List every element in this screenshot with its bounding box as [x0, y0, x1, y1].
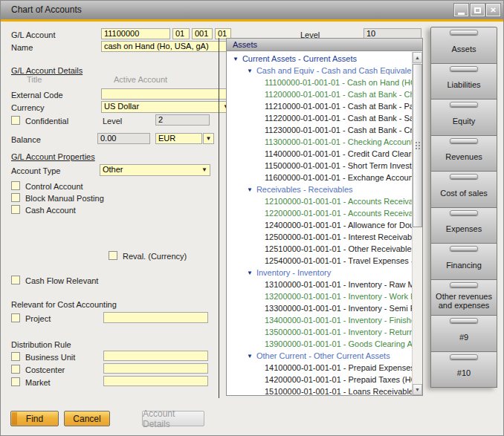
- costcenter-checkbox[interactable]: [11, 365, 20, 374]
- business-unit-checkbox[interactable]: [11, 352, 20, 361]
- tree-row[interactable]: 12510000-01-001-01 - Other Receivables (…: [227, 243, 412, 255]
- minimize-button[interactable]: [454, 4, 468, 16]
- tree-row[interactable]: 13900000-01-001-01 - Goods Clearing Acco…: [227, 338, 412, 350]
- balance-currency-field[interactable]: EUR: [155, 133, 202, 144]
- scroll-up-button[interactable]: ▲: [413, 52, 422, 63]
- tree-row-label: 11600000-01-001-01 - Exchange Account (H: [265, 173, 412, 182]
- collapse-triangle-icon[interactable]: ▼: [247, 270, 253, 276]
- tree-row[interactable]: 11200000-01-001-01 - Cash at Bank - Chec…: [227, 88, 412, 100]
- tree-row[interactable]: 12540000-01-001-01 - Travel Expenses - A…: [227, 255, 412, 267]
- close-button[interactable]: ✕: [486, 4, 500, 16]
- gl-account-segment-1[interactable]: 11100000: [101, 28, 170, 39]
- scrollbar-thumb[interactable]: [413, 64, 422, 227]
- account-type-label: Account Type: [11, 166, 60, 175]
- collapse-triangle-icon[interactable]: ▼: [247, 68, 253, 74]
- tree-row-label: 11200000-01-001-01 - Cash at Bank - Chec…: [265, 90, 412, 99]
- cash-account-checkbox[interactable]: [11, 205, 20, 214]
- tree-row[interactable]: 13400000-01-001-01 - Inventory - Finishe…: [227, 314, 412, 326]
- collapse-triangle-icon[interactable]: ▼: [247, 353, 253, 359]
- drawer--9[interactable]: #9: [430, 315, 497, 352]
- drawer-other-revenues-and-expenses[interactable]: Other revenues and expenses: [430, 279, 497, 316]
- project-label: Project: [25, 314, 51, 323]
- tree-scrollbar[interactable]: ▲ ▼: [412, 52, 422, 395]
- currency-label: Currency: [11, 103, 45, 112]
- tree-row[interactable]: 11500000-01-001-01 - Short Term Investme…: [227, 160, 412, 172]
- tree-row[interactable]: 12500000-01-001-01 - Interest Receivable…: [227, 231, 412, 243]
- title-option-label: Title: [27, 75, 42, 84]
- tree-row[interactable]: ▼Inventory - Inventory: [227, 267, 412, 279]
- drawer-handle-icon: [450, 318, 478, 323]
- find-button[interactable]: Find: [10, 411, 59, 426]
- scroll-down-button[interactable]: ▼: [413, 384, 422, 395]
- costcenter-field[interactable]: [103, 363, 208, 374]
- drawer-handle-icon: [450, 138, 478, 143]
- balance-label: Balance: [11, 135, 41, 144]
- currency-dropdown[interactable]: US Dollar ▼: [101, 101, 232, 113]
- account-details-button[interactable]: Account Details: [142, 411, 204, 426]
- tree-row[interactable]: 11400000-01-001-01 - Credit Card Clearin…: [227, 148, 412, 160]
- balance-currency-dropdown-button[interactable]: ▼: [203, 133, 214, 144]
- drawer-assets[interactable]: Assets: [430, 27, 497, 64]
- business-unit-field[interactable]: [103, 351, 208, 361]
- collapse-triangle-icon[interactable]: ▼: [247, 186, 253, 193]
- name-field[interactable]: cash on Hand (Ho, USA, gA): [101, 41, 232, 52]
- account-type-dropdown[interactable]: Other ▼: [100, 164, 210, 176]
- tree-row[interactable]: 11210000-01-001-01 - Cash at Bank - Payr…: [227, 100, 412, 112]
- drawer-label: Revenues: [444, 143, 484, 172]
- cancel-button[interactable]: Cancel: [64, 411, 110, 426]
- tree-row[interactable]: 13300000-01-001-01 - Inventory - Semi Fi…: [227, 302, 412, 314]
- business-unit-label: Business Unit: [25, 353, 75, 362]
- external-code-field[interactable]: [101, 88, 232, 100]
- tree-row[interactable]: 11600000-01-001-01 - Exchange Account (H: [227, 172, 412, 183]
- drawer-label: Other revenues and expenses: [431, 287, 497, 316]
- tree-row[interactable]: 13200000-01-001-01 - Inventory - Work In: [227, 290, 412, 302]
- project-field[interactable]: [103, 312, 208, 323]
- cash-flow-relevant-checkbox[interactable]: [11, 276, 20, 284]
- tree-row[interactable]: 13500000-01-001-01 - Inventory - Returns…: [227, 326, 412, 338]
- reval-currency-label: Reval. (Currency): [123, 252, 187, 261]
- tree-row[interactable]: 11220000-01-001-01 - Cash at Bank - Savi…: [227, 112, 412, 124]
- drawer--10[interactable]: #10: [430, 351, 497, 388]
- market-field[interactable]: [103, 376, 208, 386]
- drawer-cost-of-sales[interactable]: Cost of sales: [430, 171, 497, 208]
- properties-section-header: G/L Account Properties: [11, 152, 95, 161]
- reval-currency-checkbox[interactable]: [109, 251, 117, 260]
- tree-row[interactable]: 15100000-01-001-01 - Loans Receivable - …: [227, 385, 412, 395]
- market-checkbox[interactable]: [11, 377, 20, 386]
- tree-row[interactable]: ▼Current Assets - Current Assets: [227, 53, 412, 65]
- tree-row-label: Current Assets - Current Assets: [242, 54, 357, 63]
- tree-row[interactable]: 12400000-01-001-01 - Allowance for Doubt…: [227, 219, 412, 231]
- drawer-financing[interactable]: Financing: [430, 243, 497, 280]
- gl-account-segment-3[interactable]: 001: [192, 28, 213, 39]
- gl-account-segment-2[interactable]: 01: [172, 28, 190, 39]
- tree-row[interactable]: ▼Cash and Equiv - Cash and Cash Equivale…: [227, 65, 412, 77]
- collapse-triangle-icon[interactable]: ▼: [233, 56, 239, 62]
- panel-divider: [219, 38, 219, 398]
- drawer-equity[interactable]: Equity: [430, 99, 497, 136]
- tree-row[interactable]: ▼Receivables - Receivables: [227, 183, 412, 195]
- tree-row[interactable]: 11100000-01-001-01 - Cash on Hand (HO, U: [227, 77, 412, 88]
- window-title: Chart of Accounts: [11, 1, 82, 19]
- confidential-checkbox[interactable]: [11, 116, 20, 125]
- block-manual-posting-checkbox[interactable]: [11, 193, 20, 202]
- tree-row[interactable]: 14200000-01-001-01 - Prepaid Taxes (HO, …: [227, 374, 412, 385]
- tree-row[interactable]: 12200000-01-001-01 - Accounts Receivable…: [227, 207, 412, 219]
- tree-row[interactable]: ▼Other Current - Other Current Assets: [227, 350, 412, 362]
- tree-row[interactable]: 14100000-01-001-01 - Prepaid Expenses (H…: [227, 362, 412, 374]
- maximize-button[interactable]: [471, 4, 485, 16]
- project-checkbox[interactable]: [11, 313, 20, 322]
- tree-row[interactable]: 11300000-01-001-01 - Checking Account Cl…: [227, 136, 412, 148]
- tree-row-label: 13200000-01-001-01 - Inventory - Work In: [265, 292, 412, 301]
- drawer-liabilities[interactable]: Liabilities: [430, 63, 497, 100]
- tree-row[interactable]: 13100000-01-001-01 - Inventory - Raw Mat…: [227, 279, 412, 290]
- tree-row[interactable]: 11230000-01-001-01 - Cash at Bank - Cred…: [227, 124, 412, 136]
- cash-account-label: Cash Account: [25, 206, 76, 215]
- tree-row-label: 12510000-01-001-01 - Other Receivables (…: [265, 244, 412, 253]
- drawer-expenses[interactable]: Expenses: [430, 207, 497, 244]
- gl-account-label: G/L Account: [11, 30, 56, 39]
- control-account-checkbox[interactable]: [11, 181, 20, 190]
- tree-row-label: 11400000-01-001-01 - Credit Card Clearin…: [265, 149, 412, 158]
- drawer-handle-icon: [450, 282, 478, 287]
- drawer-revenues[interactable]: Revenues: [430, 135, 497, 172]
- tree-row[interactable]: 12100000-01-001-01 - Accounts Receivable…: [227, 195, 412, 207]
